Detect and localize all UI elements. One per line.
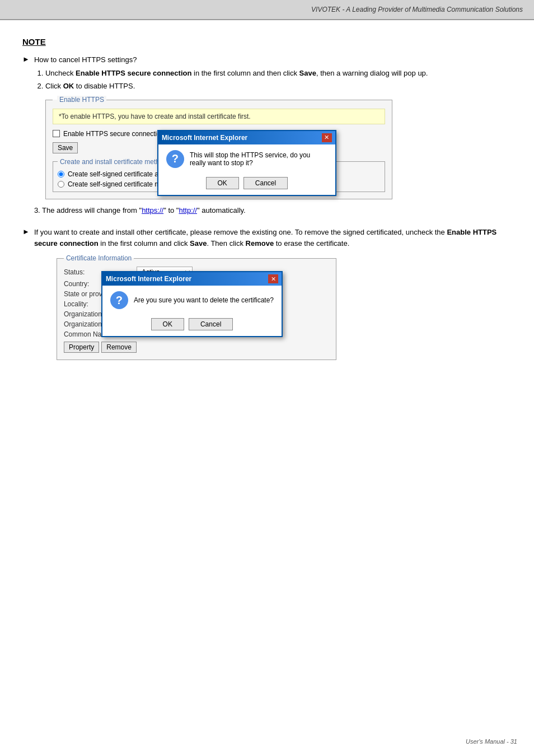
radio-manual[interactable] [58,181,64,188]
enable-https-legend: Enable HTTPS [57,96,106,104]
numbered-list: Uncheck Enable HTTPS secure connection i… [45,68,512,92]
cert-info-panel-container: Certificate Information Status: Active C… [57,254,336,360]
ie-dialog2-title: Microsoft Internet Explorer [106,275,191,283]
bullet1-question: How to cancel HTTPS settings? [34,54,512,66]
page-footer: User's Manual - 31 [466,738,517,745]
ie-dialog-2: Microsoft Internet Explorer ✕ ? Are you … [101,271,283,337]
bullet2-bold2: Save [190,239,207,248]
step3-line: 3. The address will change from "https:/… [34,205,512,216]
bullet-item-1: ► How to cancel HTTPS settings? Uncheck … [22,54,512,216]
bullet-item-2: ► If you want to create and install othe… [22,227,512,366]
ie-dialog-1: Microsoft Internet Explorer ✕ ? This wil… [157,130,336,196]
ie-dialog1-ok-button[interactable]: OK [206,177,239,189]
main-content: NOTE ► How to cancel HTTPS settings? Unc… [0,20,534,394]
bullet-section-2: ► If you want to create and install othe… [22,227,512,366]
ie-dialog1-cancel-button[interactable]: Cancel [243,177,288,189]
step-1: Uncheck Enable HTTPS secure connection i… [45,68,512,79]
ie-dialog1-title: Microsoft Internet Explorer [162,134,247,142]
warning-box: *To enable HTTPS, you have to create and… [53,109,385,124]
ie-dialog1-body: ? This will stop the HTTPS service, do y… [158,144,335,174]
ie-dialog1-close-button[interactable]: ✕ [322,133,332,142]
header-title: VIVOTEK - A Leading Provider of Multimed… [311,6,523,13]
question-icon-2: ? [110,291,128,309]
cert-method-legend: Create and install certificate method [58,158,169,166]
step1-bold2: Save [299,69,316,77]
save-button[interactable]: Save [53,142,78,153]
ie-dialog2-ok-button[interactable]: OK [151,318,184,330]
question-icon: ? [166,150,184,168]
http-link[interactable]: http:// [179,206,197,214]
footer-text: User's Manual - 31 [466,738,517,745]
bullet-section-1: ► How to cancel HTTPS settings? Uncheck … [22,54,512,216]
https-checkbox[interactable] [53,130,60,137]
cert-info-legend: Certificate Information [64,254,134,262]
step2-bold: OK [63,82,74,90]
step-2: Click OK to disable HTTPS. [45,81,512,92]
ie-dialog1-message: This will stop the HTTPS service, do you… [190,151,327,167]
bullet-content-2: If you want to create and install other … [34,227,512,366]
ie-dialog2-buttons: OK Cancel [102,315,282,336]
bullet-arrow-icon: ► [22,55,30,63]
https-link[interactable]: https:// [142,206,163,214]
ie-dialog2-close-button[interactable]: ✕ [268,274,278,283]
checkbox-label: Enable HTTPS secure connection: [63,130,166,138]
bullet2-bold3: Remove [246,239,274,248]
ie-dialog1-buttons: OK Cancel [158,174,335,195]
page-header: VIVOTEK - A Leading Provider of Multimed… [0,0,534,20]
remove-button[interactable]: Remove [101,342,137,353]
note-title: NOTE [22,37,512,46]
ie-dialog2-titlebar: Microsoft Internet Explorer ✕ [102,272,282,286]
cert-buttons: Property Remove [64,342,329,353]
property-button[interactable]: Property [64,342,99,353]
step1-bold1: Enable HTTPS secure connection [76,69,191,77]
enable-https-panel-container: Enable HTTPS *To enable HTTPS, you have … [45,96,392,199]
ie-dialog2-message: Are you sure you want to delete the cert… [134,296,274,304]
bullet-content-1: How to cancel HTTPS settings? Uncheck En… [34,54,512,216]
ie-dialog1-titlebar: Microsoft Internet Explorer ✕ [158,131,335,144]
ie-dialog2-body: ? Are you sure you want to delete the ce… [102,286,282,315]
bullet2-text: If you want to create and install other … [34,227,512,249]
radio-auto[interactable] [58,171,64,178]
bullet-arrow-2-icon: ► [22,227,30,236]
ie-dialog2-cancel-button[interactable]: Cancel [189,318,233,330]
